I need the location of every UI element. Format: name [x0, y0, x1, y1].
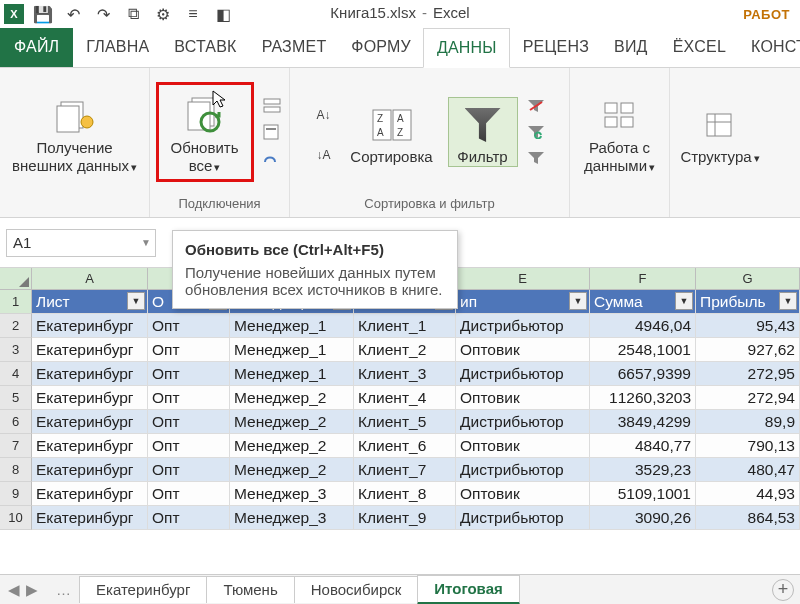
qat-undo-button[interactable]: ↶: [62, 3, 84, 25]
cell[interactable]: Менеджер_1: [230, 338, 354, 362]
cell[interactable]: Клиент_7: [354, 458, 456, 482]
cell[interactable]: 3529,23: [590, 458, 696, 482]
sheet-tab-4[interactable]: Итоговая: [417, 575, 519, 605]
sheet-nav-prev[interactable]: ◀: [8, 581, 20, 599]
cell[interactable]: 11260,3203: [590, 386, 696, 410]
cell[interactable]: Опт: [148, 338, 230, 362]
tab-insert[interactable]: ВСТАВК: [161, 28, 248, 67]
cell[interactable]: Оптовик: [456, 338, 590, 362]
qat-redo-button[interactable]: ↷: [92, 3, 114, 25]
cell[interactable]: Оптовик: [456, 386, 590, 410]
refresh-all-button[interactable]: Обновить все: [165, 89, 245, 175]
tab-file[interactable]: ФАЙЛ: [0, 28, 73, 67]
sheet-tab-2[interactable]: Тюмень: [206, 576, 294, 603]
sheet-tab-3[interactable]: Новосибирск: [294, 576, 419, 603]
cell[interactable]: Опт: [148, 434, 230, 458]
row-header[interactable]: 3: [0, 338, 32, 362]
filter-dropdown-icon[interactable]: ▼: [675, 292, 693, 310]
cell[interactable]: Опт: [148, 362, 230, 386]
row-header[interactable]: 9: [0, 482, 32, 506]
cell[interactable]: Менеджер_1: [230, 314, 354, 338]
clear-filter-icon[interactable]: [524, 95, 548, 117]
tab-data[interactable]: ДАННЫ: [423, 28, 510, 68]
connections-icon[interactable]: [260, 95, 284, 117]
col-header-E[interactable]: E: [456, 268, 590, 289]
table-header-cell[interactable]: Лист▼: [32, 290, 148, 314]
tab-formulas[interactable]: ФОРМУ: [338, 28, 423, 67]
cell[interactable]: 44,93: [696, 482, 800, 506]
filter-dropdown-icon[interactable]: ▼: [127, 292, 145, 310]
cell[interactable]: 3090,26: [590, 506, 696, 530]
cell[interactable]: Опт: [148, 314, 230, 338]
tab-layout[interactable]: РАЗМЕТ: [249, 28, 339, 67]
cell[interactable]: 790,13: [696, 434, 800, 458]
qat-settings-icon[interactable]: ⚙: [152, 3, 174, 25]
qat-save-button[interactable]: 💾: [32, 3, 54, 25]
reapply-filter-icon[interactable]: [524, 121, 548, 143]
cell[interactable]: Екатеринбург: [32, 458, 148, 482]
cell[interactable]: 3849,4299: [590, 410, 696, 434]
advanced-filter-icon[interactable]: [524, 147, 548, 169]
cell[interactable]: Опт: [148, 410, 230, 434]
cell[interactable]: 4946,04: [590, 314, 696, 338]
row-header[interactable]: 5: [0, 386, 32, 410]
cell[interactable]: Менеджер_1: [230, 362, 354, 386]
row-header[interactable]: 1: [0, 290, 32, 314]
data-tools-button[interactable]: Работа с данными: [580, 89, 660, 175]
cell[interactable]: Клиент_4: [354, 386, 456, 410]
row-header[interactable]: 4: [0, 362, 32, 386]
cell[interactable]: 6657,9399: [590, 362, 696, 386]
cell[interactable]: Клиент_8: [354, 482, 456, 506]
tab-const[interactable]: КОНСТ: [738, 28, 800, 67]
cell[interactable]: Дистрибьютор: [456, 410, 590, 434]
cell[interactable]: Опт: [148, 386, 230, 410]
tab-review[interactable]: РЕЦЕНЗ: [510, 28, 601, 67]
row-header[interactable]: 8: [0, 458, 32, 482]
filter-dropdown-icon[interactable]: ▼: [569, 292, 587, 310]
select-all-corner[interactable]: [0, 268, 32, 289]
cell[interactable]: Дистрибьютор: [456, 458, 590, 482]
outline-button[interactable]: Структура: [678, 98, 761, 166]
tab-view[interactable]: ВИД: [601, 28, 660, 67]
cell[interactable]: Менеджер_3: [230, 506, 354, 530]
cell[interactable]: Клиент_6: [354, 434, 456, 458]
cell[interactable]: Менеджер_2: [230, 434, 354, 458]
cell[interactable]: Екатеринбург: [32, 362, 148, 386]
name-box[interactable]: A1 ▼: [6, 229, 156, 257]
cell[interactable]: Клиент_5: [354, 410, 456, 434]
cell[interactable]: Клиент_9: [354, 506, 456, 530]
tab-excel[interactable]: ËXCEL: [660, 28, 738, 67]
cell[interactable]: 5109,1001: [590, 482, 696, 506]
tab-home[interactable]: ГЛАВНА: [73, 28, 161, 67]
cell[interactable]: Клиент_2: [354, 338, 456, 362]
table-header-cell[interactable]: ип▼: [456, 290, 590, 314]
cell[interactable]: 927,62: [696, 338, 800, 362]
properties-icon[interactable]: [260, 121, 284, 143]
sort-desc-button[interactable]: ↓A: [312, 144, 336, 166]
namebox-dropdown-icon[interactable]: ▼: [141, 237, 151, 248]
table-header-cell[interactable]: Прибыль▼: [696, 290, 800, 314]
cell[interactable]: Опт: [148, 506, 230, 530]
cell[interactable]: Клиент_1: [354, 314, 456, 338]
cell[interactable]: Екатеринбург: [32, 314, 148, 338]
row-header[interactable]: 2: [0, 314, 32, 338]
cell[interactable]: 4840,77: [590, 434, 696, 458]
cell[interactable]: Оптовик: [456, 482, 590, 506]
cell[interactable]: Екатеринбург: [32, 386, 148, 410]
cell[interactable]: Дистрибьютор: [456, 506, 590, 530]
cell[interactable]: 95,43: [696, 314, 800, 338]
col-header-G[interactable]: G: [696, 268, 800, 289]
row-header[interactable]: 7: [0, 434, 32, 458]
cell[interactable]: Опт: [148, 482, 230, 506]
cell[interactable]: 272,94: [696, 386, 800, 410]
edit-links-icon[interactable]: [260, 147, 284, 169]
cell[interactable]: 2548,1001: [590, 338, 696, 362]
cell[interactable]: Клиент_3: [354, 362, 456, 386]
cell[interactable]: Дистрибьютор: [456, 314, 590, 338]
cell[interactable]: Оптовик: [456, 434, 590, 458]
cell[interactable]: Менеджер_2: [230, 458, 354, 482]
qat-touch-icon[interactable]: ⧉: [122, 3, 144, 25]
cell[interactable]: Екатеринбург: [32, 338, 148, 362]
cell[interactable]: 272,95: [696, 362, 800, 386]
table-header-cell[interactable]: Сумма▼: [590, 290, 696, 314]
